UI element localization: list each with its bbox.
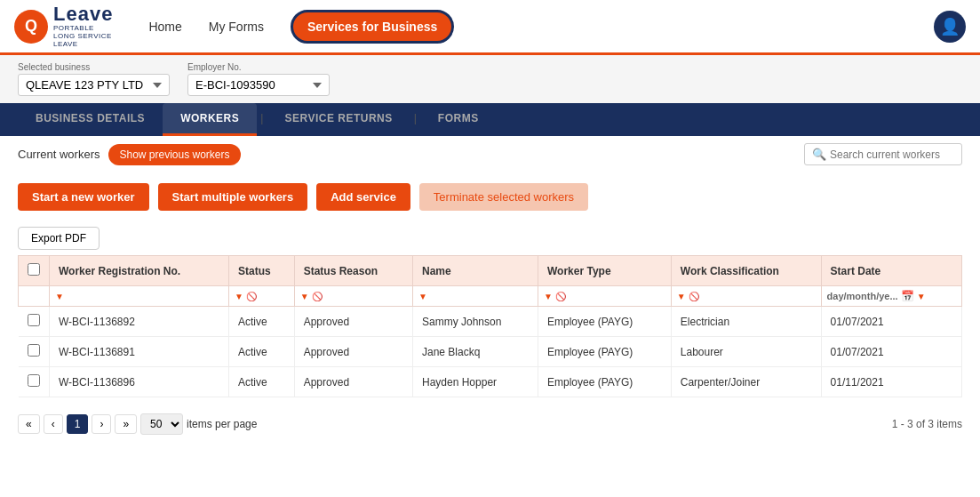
selected-business-label: Selected business: [18, 62, 170, 72]
row-checkbox-cell-2: [19, 367, 50, 397]
header-right: 👤: [934, 11, 966, 43]
tab-forms[interactable]: FORMS: [420, 103, 497, 136]
filter-worker-type-filter-icon[interactable]: 🚫: [555, 292, 566, 301]
first-page-button[interactable]: «: [18, 414, 40, 434]
logo-text: Leave Portable Long Service Leave: [53, 4, 113, 49]
search-icon: 🔍: [812, 148, 826, 161]
filter-status: ▼ 🚫: [229, 286, 295, 307]
row-status-reason-0: Approved: [294, 307, 412, 337]
business-select-group: Selected business QLEAVE 123 PTY LTD: [18, 62, 170, 96]
selected-business-select[interactable]: QLEAVE 123 PTY LTD: [18, 74, 170, 96]
col-header-status-reason: Status Reason: [294, 256, 412, 286]
row-checkbox-1[interactable]: [28, 344, 40, 357]
user-avatar[interactable]: 👤: [934, 11, 966, 43]
search-input[interactable]: [830, 148, 954, 161]
filter-work-class-asc-icon[interactable]: ▼: [677, 292, 686, 301]
nav-tabs: BUSINESS DETAILS WORKERS | SERVICE RETUR…: [0, 103, 980, 136]
row-checkbox-0[interactable]: [28, 314, 40, 326]
table-header-row: Worker Registration No. Status Status Re…: [19, 256, 962, 286]
col-header-reg-no: Worker Registration No.: [50, 256, 229, 286]
items-per-page-select[interactable]: 50: [140, 413, 183, 435]
logo-area: Q Leave Portable Long Service Leave: [14, 4, 113, 49]
row-checkbox-cell-1: [19, 337, 50, 367]
logo-sub: Portable Long Service Leave: [53, 25, 113, 48]
col-header-worker-type: Worker Type: [538, 256, 671, 286]
workers-subnav-left: Current workers Show previous workers: [18, 144, 241, 165]
col-header-work-classification: Work Classification: [671, 256, 821, 286]
start-new-worker-button[interactable]: Start a new worker: [18, 183, 149, 211]
pagination: « ‹ 1 › » 50 items per page 1 - 3 of 3 i…: [0, 406, 980, 442]
nav-home[interactable]: Home: [148, 20, 181, 34]
row-start-date-1: 01/07/2021: [821, 337, 961, 367]
logo-main: Leave: [53, 4, 113, 25]
tab-workers[interactable]: WORKERS: [163, 103, 257, 136]
tab-service-returns[interactable]: SERVICE RETURNS: [267, 103, 410, 136]
row-worker-type-1: Employee (PAYG): [538, 337, 671, 367]
row-reg-no-1: W-BCI-1136891: [50, 337, 229, 367]
filter-status-asc-icon[interactable]: ▼: [235, 292, 243, 301]
row-status-1: Active: [229, 337, 295, 367]
filter-reg-no-icon[interactable]: ▼: [55, 292, 64, 301]
col-header-start-date: Start Date: [821, 256, 961, 286]
calendar-icon[interactable]: 📅: [901, 290, 914, 302]
filter-start-date: day/month/ye... 📅 ▼: [821, 286, 961, 307]
table-row: W-BCI-1136891 Active Approved Jane Black…: [19, 337, 962, 367]
pagination-info: 1 - 3 of 3 items: [892, 418, 962, 430]
app-header: Q Leave Portable Long Service Leave Home…: [0, 0, 980, 55]
add-service-button[interactable]: Add service: [316, 183, 410, 211]
row-name-1: Jane Blackq: [413, 337, 538, 367]
table-filter-row: ▼ ▼ 🚫 ▼ 🚫 ▼: [19, 286, 962, 307]
filter-name: ▼: [413, 286, 538, 307]
export-pdf-button[interactable]: Export PDF: [18, 227, 100, 250]
row-status-reason-2: Approved: [294, 367, 412, 397]
col-header-check: [19, 256, 50, 286]
workers-table: Worker Registration No. Status Status Re…: [18, 255, 962, 397]
items-per-page-label: items per page: [187, 418, 257, 430]
tab-business-details[interactable]: BUSINESS DETAILS: [18, 103, 163, 136]
search-box[interactable]: 🔍: [804, 143, 962, 165]
action-buttons: Start a new worker Start multiple worker…: [0, 172, 980, 221]
row-work-classification-0: Electrician: [671, 307, 821, 337]
last-page-button[interactable]: »: [115, 414, 137, 434]
filter-worker-type: ▼ 🚫: [538, 286, 671, 307]
row-checkbox-2[interactable]: [28, 374, 40, 387]
row-start-date-0: 01/07/2021: [821, 307, 961, 337]
employer-number-select[interactable]: E-BCI-1093590: [187, 74, 330, 96]
sub-header: Selected business QLEAVE 123 PTY LTD Emp…: [0, 55, 980, 103]
filter-status-filter-icon[interactable]: 🚫: [246, 292, 257, 301]
show-previous-workers-button[interactable]: Show previous workers: [108, 144, 240, 165]
terminate-selected-workers-button[interactable]: Terminate selected workers: [419, 183, 588, 211]
row-work-classification-2: Carpenter/Joiner: [671, 367, 821, 397]
select-all-checkbox[interactable]: [28, 263, 40, 276]
prev-page-button[interactable]: ‹: [44, 414, 63, 434]
filter-check: [19, 286, 50, 307]
nav-my-forms[interactable]: My Forms: [209, 20, 264, 34]
filter-status-reason-filter-icon[interactable]: 🚫: [312, 292, 323, 301]
filter-reg-no: ▼: [50, 286, 229, 307]
row-work-classification-1: Labourer: [671, 337, 821, 367]
row-name-0: Sammy Johnson: [413, 307, 538, 337]
nav-services-for-business[interactable]: Services for Business: [291, 10, 454, 44]
row-status-0: Active: [229, 307, 295, 337]
row-status-reason-1: Approved: [294, 337, 412, 367]
start-multiple-workers-button[interactable]: Start multiple workers: [158, 183, 308, 211]
workers-subnav: Current workers Show previous workers 🔍: [0, 136, 980, 172]
next-page-button[interactable]: ›: [92, 414, 111, 434]
filter-status-reason-asc-icon[interactable]: ▼: [300, 292, 309, 301]
filter-worker-type-asc-icon[interactable]: ▼: [544, 292, 553, 301]
filter-work-classification: ▼ 🚫: [671, 286, 821, 307]
main-nav: Home My Forms Services for Business: [148, 10, 934, 44]
row-checkbox-cell-0: [19, 307, 50, 337]
filter-work-class-filter-icon[interactable]: 🚫: [689, 292, 699, 301]
row-reg-no-0: W-BCI-1136892: [50, 307, 229, 337]
col-header-status: Status: [229, 256, 295, 286]
row-worker-type-0: Employee (PAYG): [538, 307, 671, 337]
filter-status-reason: ▼ 🚫: [294, 286, 412, 307]
employer-number-group: Employer No. E-BCI-1093590: [187, 62, 330, 96]
current-page-button[interactable]: 1: [67, 414, 89, 434]
row-worker-type-2: Employee (PAYG): [538, 367, 671, 397]
col-header-name: Name: [413, 256, 538, 286]
row-status-2: Active: [229, 367, 295, 397]
filter-name-icon[interactable]: ▼: [418, 292, 427, 301]
filter-start-date-icon[interactable]: ▼: [917, 292, 926, 301]
